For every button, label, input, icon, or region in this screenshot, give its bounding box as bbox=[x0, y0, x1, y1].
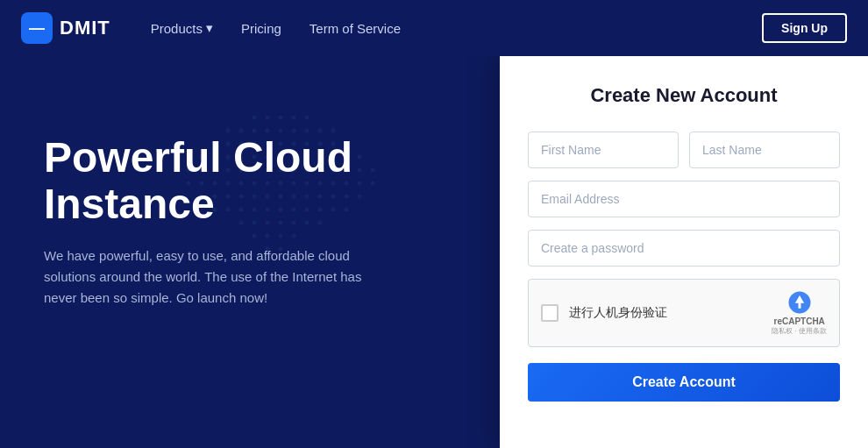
captcha-right: reCAPTCHA 隐私权 · 使用条款 bbox=[772, 290, 827, 336]
svg-point-10 bbox=[292, 129, 296, 133]
hero-text: Powerful Cloud Instance We have powerful… bbox=[44, 135, 500, 309]
captcha-label: 进行人机身份验证 bbox=[569, 305, 667, 321]
signup-form-panel: Create New Account 进行人机身份验证 reCAPTCHA bbox=[500, 56, 868, 448]
email-group bbox=[528, 181, 840, 217]
nav-tos[interactable]: Term of Service bbox=[297, 14, 413, 43]
logo-icon: — bbox=[21, 12, 53, 44]
nav-links: Products ▾ Pricing Term of Service bbox=[139, 13, 762, 43]
nav-pricing[interactable]: Pricing bbox=[229, 14, 294, 43]
first-name-input[interactable] bbox=[528, 132, 679, 168]
name-row bbox=[528, 132, 840, 168]
svg-point-5 bbox=[226, 129, 231, 133]
svg-point-2 bbox=[279, 116, 283, 120]
svg-point-4 bbox=[305, 116, 309, 120]
email-input[interactable] bbox=[528, 181, 840, 217]
logo-area[interactable]: — DMIT bbox=[21, 12, 110, 44]
hero-subtitle: We have powerful, easy to use, and affor… bbox=[44, 245, 377, 309]
navbar: — DMIT Products ▾ Pricing Term of Servic… bbox=[0, 0, 868, 56]
svg-point-1 bbox=[266, 116, 270, 120]
svg-point-9 bbox=[279, 129, 283, 133]
svg-point-3 bbox=[292, 116, 296, 120]
create-account-button[interactable]: Create Account bbox=[528, 363, 840, 402]
recaptcha-sub: 隐私权 · 使用条款 bbox=[772, 326, 827, 336]
hero-section: Powerful Cloud Instance We have powerful… bbox=[0, 56, 868, 448]
recaptcha-label: reCAPTCHA bbox=[773, 316, 824, 326]
svg-point-7 bbox=[253, 129, 257, 133]
svg-point-0 bbox=[253, 116, 257, 120]
last-name-input[interactable] bbox=[689, 132, 840, 168]
password-group bbox=[528, 230, 840, 267]
logo-text: DMIT bbox=[60, 17, 110, 39]
nav-products[interactable]: Products ▾ bbox=[139, 13, 225, 43]
password-input[interactable] bbox=[528, 230, 840, 267]
captcha-left: 进行人机身份验证 bbox=[541, 304, 667, 322]
svg-point-8 bbox=[266, 129, 270, 133]
svg-point-11 bbox=[305, 129, 309, 133]
svg-point-12 bbox=[318, 129, 323, 133]
recaptcha-icon bbox=[787, 290, 812, 315]
chevron-down-icon: ▾ bbox=[206, 20, 213, 36]
signup-button[interactable]: Sign Up bbox=[762, 13, 847, 43]
hero-title: Powerful Cloud Instance bbox=[44, 135, 500, 228]
captcha-checkbox[interactable] bbox=[541, 304, 559, 322]
svg-point-6 bbox=[239, 129, 244, 133]
form-title: Create New Account bbox=[528, 84, 840, 107]
svg-point-13 bbox=[331, 129, 336, 133]
captcha-box[interactable]: 进行人机身份验证 reCAPTCHA 隐私权 · 使用条款 bbox=[528, 279, 840, 347]
